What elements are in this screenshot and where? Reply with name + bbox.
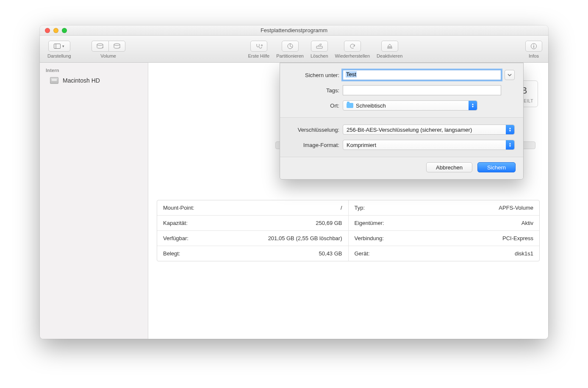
svg-rect-9 (388, 47, 392, 48)
view-button[interactable]: ▾ (48, 41, 70, 52)
volume-add-icon: + (96, 43, 104, 49)
encryption-value: 256-Bit-AES-Verschlüsselung (sicherer, l… (347, 127, 472, 133)
unmount-button[interactable] (381, 41, 398, 52)
format-select[interactable]: Komprimiert ▲▼ (343, 140, 515, 150)
cancel-button[interactable]: Abbrechen (426, 162, 472, 172)
encryption-label: Verschlüsselung: (288, 127, 343, 133)
details-table: Mount-Point:/ Kapazität:250,69 GB Verfüg… (157, 200, 540, 261)
toolbar: ▾ Darstellung + − Volume Erste Hilfe (40, 36, 548, 63)
svg-text:+: + (102, 46, 104, 49)
sidebar-item-macintosh-hd[interactable]: Macintosh HD (40, 75, 148, 86)
app-window: Festplattendienstprogramm ▾ Darstellung … (40, 25, 548, 339)
tags-input[interactable] (343, 85, 501, 95)
info-icon (530, 43, 537, 50)
view-label: Darstellung (47, 53, 71, 58)
zoom-window-button[interactable] (62, 28, 67, 33)
partition-label: Partitionieren (276, 53, 304, 58)
table-row: Verfügbar:201,05 GB (2,55 GB löschbar) (157, 231, 348, 246)
erase-icon (316, 43, 323, 49)
sidebar: Intern Macintosh HD (40, 63, 148, 339)
info-label: Infos (529, 53, 539, 58)
table-row: Eigentümer:Aktiv (349, 216, 540, 231)
unmount-label: Deaktivieren (377, 53, 402, 58)
first-aid-button[interactable] (250, 41, 267, 52)
svg-text:−: − (119, 46, 121, 49)
sidebar-section-internal: Intern (40, 65, 148, 75)
expand-save-panel-button[interactable] (505, 70, 515, 80)
table-row: Mount-Point:/ (157, 200, 348, 216)
svg-point-11 (533, 44, 534, 45)
restore-label: Wiederherstellen (335, 53, 370, 58)
titlebar: Festplattendienstprogramm (40, 25, 548, 36)
sidebar-item-label: Macintosh HD (63, 77, 100, 84)
main-content: 250,69 GB VON 4 VOLUMES GETEILT Frei 198… (148, 63, 548, 339)
partition-button[interactable] (282, 41, 299, 52)
svg-rect-12 (533, 46, 534, 48)
svg-point-4 (114, 43, 120, 45)
add-volume-button[interactable]: + (92, 41, 108, 52)
restore-button[interactable] (344, 41, 361, 52)
where-label: Ort: (288, 103, 343, 109)
folder-icon (347, 103, 353, 108)
minimize-window-button[interactable] (53, 28, 58, 33)
remove-volume-button[interactable]: − (108, 41, 125, 52)
svg-point-6 (261, 44, 262, 46)
save-button[interactable]: Sichern (477, 162, 516, 172)
tags-label: Tags: (288, 87, 343, 94)
save-as-label: Sichern unter: (288, 72, 343, 78)
svg-point-2 (97, 43, 103, 45)
erase-label: Löschen (311, 53, 328, 58)
table-row: Gerät:disk1s1 (349, 246, 540, 261)
updown-icon: ▲▼ (506, 140, 514, 150)
volume-label: Volume (100, 53, 116, 58)
table-row: Kapazität:250,69 GB (157, 216, 348, 231)
table-row: Typ:APFS-Volume (349, 200, 540, 216)
updown-icon: ▲▼ (469, 101, 477, 110)
updown-icon: ▲▼ (506, 125, 514, 134)
svg-rect-0 (54, 44, 61, 48)
stethoscope-icon (255, 43, 263, 49)
close-window-button[interactable] (45, 28, 50, 33)
hdd-icon (50, 77, 58, 84)
encryption-select[interactable]: 256-Bit-AES-Verschlüsselung (sicherer, l… (343, 125, 515, 135)
eject-icon (387, 43, 393, 49)
table-row: Verbindung:PCI-Express (349, 231, 540, 246)
restore-icon (349, 43, 356, 49)
volume-remove-icon: − (113, 43, 121, 49)
sidebar-icon (54, 44, 61, 49)
table-row: Belegt:50,43 GB (157, 246, 348, 261)
where-value: Schreibtisch (356, 103, 386, 109)
format-label: Image-Format: (288, 142, 343, 148)
first-aid-label: Erste Hilfe (248, 53, 269, 58)
info-button[interactable] (525, 41, 542, 52)
save-as-input[interactable]: Test (343, 70, 501, 80)
save-sheet: Sichern unter: Test Tags: Ort: (280, 63, 524, 180)
window-title: Festplattendienstprogramm (40, 27, 548, 33)
pie-icon (287, 43, 294, 50)
format-value: Komprimiert (347, 142, 376, 148)
svg-rect-8 (316, 46, 322, 48)
chevron-down-icon (508, 74, 512, 76)
where-select[interactable]: Schreibtisch ▲▼ (343, 100, 477, 111)
erase-button[interactable] (311, 41, 328, 52)
